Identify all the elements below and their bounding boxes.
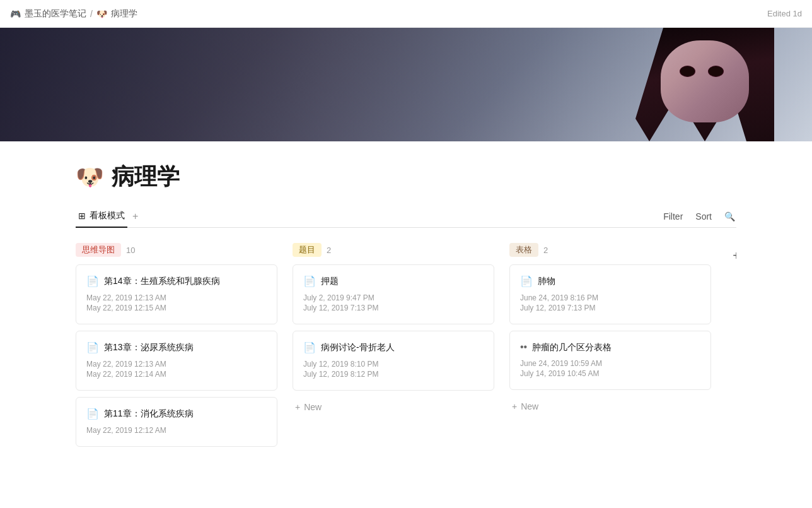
column-count-table: 2 <box>543 245 548 255</box>
card-c3-date1: May 22, 2019 12:12 AM <box>86 426 267 435</box>
breadcrumb-root-label[interactable]: 墨玉的医学笔记 <box>25 8 86 20</box>
card-c7-icon: •• <box>520 341 527 353</box>
card-c2-title-row: 📄 第13章：泌尿系统疾病 <box>86 341 267 353</box>
breadcrumb-root-emoji: 🎮 <box>10 9 21 19</box>
tab-bar: ⊞ 看板模式 + Filter Sort 🔍 <box>76 205 736 228</box>
new-label-table: New <box>521 401 538 411</box>
column-tag-mindmap[interactable]: 思维导图 <box>76 243 121 257</box>
column-count-mindmap: 10 <box>126 245 135 255</box>
kanban-board: 思维导图 10 📄 第14章：生殖系统和乳腺疾病 May 22, 2019 12… <box>76 243 736 453</box>
column-tag-topic[interactable]: 题目 <box>293 243 322 257</box>
filter-button[interactable]: Filter <box>662 209 684 224</box>
card-c7[interactable]: •• 肿瘤的几个区分表格 June 24, 2019 10:59 AM July… <box>509 331 711 390</box>
banner-eye-right <box>708 66 724 77</box>
card-c6-icon: 📄 <box>520 275 533 287</box>
new-button-topic[interactable]: + New <box>293 397 494 417</box>
card-c4-title-row: 📄 押题 <box>303 275 484 287</box>
new-button-table[interactable]: + New <box>509 396 711 416</box>
card-c2[interactable]: 📄 第13章：泌尿系统疾病 May 22, 2019 12:13 AM May … <box>76 331 277 391</box>
page-content: 🐶 病理学 ⊞ 看板模式 + Filter Sort 🔍 思维导图 10 📄 第… <box>0 141 812 473</box>
column-header-mindmap: 思维导图 10 <box>76 243 277 257</box>
card-c6-date2: July 12, 2019 7:13 PM <box>520 304 700 312</box>
card-c4-title: 押题 <box>321 275 339 286</box>
card-c3[interactable]: 📄 第11章：消化系统疾病 May 22, 2019 12:12 AM <box>76 397 277 447</box>
card-c5-date1: July 12, 2019 8:10 PM <box>303 360 484 369</box>
card-c7-title: 肿瘤的几个区分表格 <box>532 341 612 353</box>
topbar: 🎮 墨玉的医学笔记 / 🐶 病理学 Edited 1d <box>0 0 812 28</box>
card-c1[interactable]: 📄 第14章：生殖系统和乳腺疾病 May 22, 2019 12:13 AM M… <box>76 264 277 324</box>
tab-kanban-label: 看板模式 <box>90 210 125 222</box>
banner-skin <box>661 40 749 122</box>
tab-toolbar: Filter Sort 🔍 <box>662 209 736 224</box>
banner-eye-left <box>680 66 695 77</box>
card-c7-title-row: •• 肿瘤的几个区分表格 <box>520 341 700 353</box>
edit-timestamp: Edited 1d <box>767 9 802 18</box>
page-title-row: 🐶 病理学 <box>76 162 736 192</box>
card-c1-icon: 📄 <box>86 275 99 287</box>
card-c5-title-row: 📄 病例讨论-骨折老人 <box>303 341 484 353</box>
breadcrumb: 🎮 墨玉的医学笔记 / 🐶 病理学 <box>10 8 137 20</box>
breadcrumb-page-emoji: 🐶 <box>96 9 107 19</box>
card-c2-date1: May 22, 2019 12:13 AM <box>86 360 267 369</box>
card-c2-title: 第13章：泌尿系统疾病 <box>104 341 194 353</box>
card-c2-icon: 📄 <box>86 341 99 353</box>
card-c7-date1: June 24, 2019 10:59 AM <box>520 359 700 368</box>
new-plus-icon-table: + <box>512 401 517 411</box>
column-count-topic: 2 <box>327 245 331 255</box>
card-c1-date1: May 22, 2019 12:13 AM <box>86 293 267 302</box>
card-c3-title-row: 📄 第11章：消化系统疾病 <box>86 408 267 420</box>
column-tag-table[interactable]: 表格 <box>509 243 538 257</box>
kanban-column-topic: 题目 2 📄 押题 July 2, 2019 9:47 PM July 12, … <box>293 243 494 417</box>
page-banner <box>0 28 812 141</box>
card-c4[interactable]: 📄 押题 July 2, 2019 9:47 PM July 12, 2019 … <box>293 264 494 324</box>
card-c6-title: 肺物 <box>538 275 555 286</box>
card-c5[interactable]: 📄 病例讨论-骨折老人 July 12, 2019 8:10 PM July 1… <box>293 331 494 391</box>
page-title: 病理学 <box>112 162 180 192</box>
card-c6[interactable]: 📄 肺物 June 24, 2019 8:16 PM July 12, 2019… <box>509 264 711 324</box>
tab-add-button[interactable]: + <box>127 206 143 227</box>
card-c5-title: 病例讨论-骨折老人 <box>321 341 395 353</box>
column-header-table: 表格 2 <box>509 243 711 257</box>
card-c4-date1: July 2, 2019 9:47 PM <box>303 293 484 302</box>
column-header-topic: 题目 2 <box>293 243 494 257</box>
card-c3-icon: 📄 <box>86 408 99 420</box>
search-button[interactable]: 🔍 <box>723 209 736 224</box>
new-label-topic: New <box>304 402 322 412</box>
card-c7-date2: July 14, 2019 10:45 AM <box>520 369 700 378</box>
card-c3-title: 第11章：消化系统疾病 <box>104 408 194 419</box>
breadcrumb-page-label[interactable]: 病理学 <box>111 8 137 20</box>
card-c1-title: 第14章：生殖系统和乳腺疾病 <box>104 275 220 286</box>
breadcrumb-separator: / <box>90 9 93 19</box>
card-c6-title-row: 📄 肺物 <box>520 275 700 287</box>
tab-kanban-icon: ⊞ <box>78 211 86 221</box>
page-title-emoji: 🐶 <box>76 164 104 191</box>
tab-kanban[interactable]: ⊞ 看板模式 <box>76 205 127 228</box>
kanban-column-mindmap: 思维导图 10 📄 第14章：生殖系统和乳腺疾病 May 22, 2019 12… <box>76 243 277 453</box>
card-c2-date2: May 22, 2019 12:14 AM <box>86 370 267 379</box>
add-column-button[interactable]: + <box>726 245 736 266</box>
banner-eyes <box>680 66 730 78</box>
sort-button[interactable]: Sort <box>694 209 713 224</box>
new-plus-icon-topic: + <box>295 402 300 412</box>
card-c5-date2: July 12, 2019 8:12 PM <box>303 370 484 379</box>
card-c5-icon: 📄 <box>303 341 316 353</box>
kanban-column-table: 表格 2 📄 肺物 June 24, 2019 8:16 PM July 12,… <box>509 243 711 416</box>
card-c4-icon: 📄 <box>303 275 316 287</box>
card-c1-date2: May 22, 2019 12:15 AM <box>86 304 267 312</box>
card-c1-title-row: 📄 第14章：生殖系统和乳腺疾病 <box>86 275 267 287</box>
card-c4-date2: July 12, 2019 7:13 PM <box>303 304 484 312</box>
card-c6-date1: June 24, 2019 8:16 PM <box>520 293 700 302</box>
